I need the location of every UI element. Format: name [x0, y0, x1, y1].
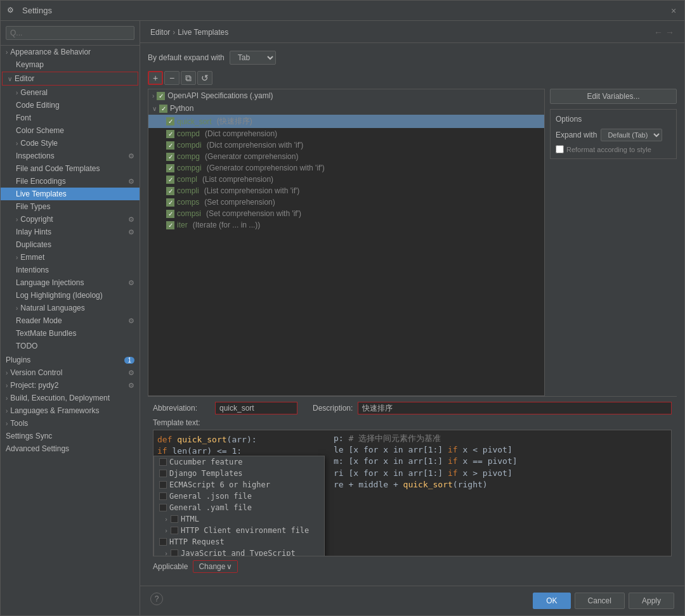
html-checkbox[interactable] — [171, 515, 178, 523]
dropdown-item-json-file[interactable]: General .json file — [154, 491, 324, 502]
sidebar-item-general[interactable]: › General — [1, 86, 140, 99]
sidebar-item-duplicates[interactable]: Duplicates — [1, 238, 140, 251]
django-templates-checkbox[interactable] — [159, 470, 167, 477]
compgi-checkbox[interactable]: ✓ — [166, 164, 174, 172]
add-template-button[interactable]: + — [148, 71, 163, 85]
sidebar-item-code-editing[interactable]: Code Editing — [1, 99, 140, 112]
sidebar-item-tools[interactable]: › Tools — [1, 417, 140, 430]
ok-button[interactable]: OK — [533, 593, 570, 609]
sidebar-item-code-style[interactable]: › Code Style — [1, 137, 140, 150]
dropdown-item-django-templates[interactable]: Django Templates — [154, 468, 324, 479]
reset-template-button[interactable]: ↺ — [197, 71, 212, 85]
sidebar-item-file-and-code-templates[interactable]: File and Code Templates — [1, 162, 140, 175]
apply-button[interactable]: Apply — [629, 593, 674, 609]
description-input[interactable] — [358, 402, 672, 414]
template-item-compgi[interactable]: ✓ compgi (Generator comprehension with '… — [148, 162, 544, 174]
sidebar-item-intentions[interactable]: Intentions — [1, 264, 140, 276]
nav-back-button[interactable]: ← — [654, 27, 663, 37]
dropdown-item-html[interactable]: › HTML — [154, 513, 324, 525]
http-request-checkbox[interactable] — [159, 538, 167, 546]
template-desc: (List comprehension) — [202, 175, 273, 184]
search-input[interactable] — [6, 26, 134, 40]
sidebar-item-file-types[interactable]: File Types — [1, 200, 140, 213]
sidebar-item-languages-frameworks[interactable]: › Languages & Frameworks — [1, 404, 140, 417]
template-item-compl[interactable]: ✓ compl (List comprehension) — [148, 174, 544, 185]
sidebar-item-reader-mode[interactable]: Reader Mode ⚙ — [1, 314, 140, 327]
template-item-compg[interactable]: ✓ compg (Generator comprehension) — [148, 151, 544, 162]
sidebar-item-log-highlighting[interactable]: Log Highlighting (Ideolog) — [1, 289, 140, 302]
template-item-compsi[interactable]: ✓ compsi (Set comprehension with 'if') — [148, 208, 544, 219]
dropdown-item-ecmascript[interactable]: ECMAScript 6 or higher — [154, 479, 324, 491]
copy-template-button[interactable]: ⧉ — [181, 71, 196, 85]
compdi-checkbox[interactable]: ✓ — [166, 141, 174, 150]
sidebar-item-appearance[interactable]: › Appearance & Behavior — [1, 46, 140, 58]
dropdown-item-http-request[interactable]: HTTP Request — [154, 536, 324, 548]
sidebar-item-copyright[interactable]: › Copyright ⚙ — [1, 213, 140, 226]
sidebar-item-advanced-settings[interactable]: Advanced Settings — [1, 442, 140, 455]
template-item-compd[interactable]: ✓ compd (Dict comprehension) — [148, 128, 544, 139]
template-item-compli[interactable]: ✓ compli (List comprehension with 'if') — [148, 185, 544, 196]
sidebar-item-settings-sync[interactable]: Settings Sync — [1, 430, 140, 442]
template-item-compdi[interactable]: ✓ compdi (Dict comprehension with 'if') — [148, 139, 544, 151]
openapi-group-label: OpenAPI Specifications (.yaml) — [167, 91, 273, 100]
sidebar-item-build-execution[interactable]: › Build, Execution, Deployment — [1, 392, 140, 404]
sidebar-item-inlay-hints[interactable]: Inlay Hints ⚙ — [1, 226, 140, 238]
sidebar-item-label: Intentions — [16, 266, 49, 274]
abbreviation-input[interactable] — [215, 402, 297, 414]
compg-checkbox[interactable]: ✓ — [166, 153, 174, 161]
template-item-comps[interactable]: ✓ comps (Set comprehension) — [148, 196, 544, 208]
python-group-header[interactable]: ∨ ✓ Python — [148, 102, 544, 115]
python-checkbox[interactable]: ✓ — [159, 105, 167, 113]
sidebar-item-language-injections[interactable]: Language Injections ⚙ — [1, 276, 140, 289]
cucumber-checkbox[interactable] — [159, 458, 167, 466]
sidebar-item-version-control[interactable]: › Version Control ⚙ — [1, 366, 140, 379]
help-button[interactable]: ? — [150, 593, 163, 605]
template-item-quick-sort[interactable]: ✓ quick_sort (快速排序) — [148, 115, 544, 128]
sidebar-item-editor[interactable]: ∨ Editor — [2, 72, 138, 86]
dropdown-item-javascript-typescript[interactable]: › JavaScript and TypeScript — [154, 548, 324, 556]
sidebar-item-project[interactable]: › Project: pydy2 ⚙ — [1, 379, 140, 392]
comps-checkbox[interactable]: ✓ — [166, 198, 174, 207]
iter-checkbox[interactable]: ✓ — [166, 221, 174, 229]
sidebar-item-live-templates[interactable]: Live Templates — [1, 188, 140, 200]
ecmascript-checkbox[interactable] — [159, 481, 167, 489]
template-text-area[interactable]: def quick_sort(arr): if len(arr) <= 1: C… — [153, 430, 672, 556]
cancel-button[interactable]: Cancel — [575, 593, 625, 609]
json-file-checkbox[interactable] — [159, 492, 167, 500]
edit-variables-button[interactable]: Edit Variables... — [550, 89, 677, 104]
sidebar-item-file-encodings[interactable]: File Encodings ⚙ — [1, 175, 140, 188]
sidebar-item-textmate-bundles[interactable]: TextMate Bundles — [1, 327, 140, 340]
close-button[interactable]: × — [669, 6, 678, 15]
reformat-checkbox[interactable] — [556, 145, 564, 153]
remove-template-button[interactable]: − — [164, 71, 179, 85]
template-item-iter[interactable]: ✓ iter (Iterate (for ... in ...)) — [148, 219, 544, 231]
http-client-checkbox[interactable] — [171, 527, 178, 534]
expand-with-select[interactable]: Tab Enter Space — [230, 51, 276, 65]
dropdown-item-yaml-file[interactable]: General .yaml file — [154, 502, 324, 513]
template-name: compsi — [177, 209, 201, 218]
compd-checkbox[interactable]: ✓ — [166, 130, 174, 138]
dropdown-item-cucumber[interactable]: Cucumber feature — [154, 456, 324, 468]
compl-checkbox[interactable]: ✓ — [166, 176, 174, 184]
sidebar-item-emmet[interactable]: › Emmet — [1, 251, 140, 264]
sidebar-item-natural-languages[interactable]: › Natural Languages — [1, 302, 140, 314]
sidebar-item-font[interactable]: Font — [1, 112, 140, 124]
sidebar-item-inspections[interactable]: Inspections ⚙ — [1, 150, 140, 162]
yaml-file-checkbox[interactable] — [159, 504, 167, 511]
sidebar-item-keymap[interactable]: Keymap — [1, 58, 140, 71]
nav-forward-button[interactable]: → — [665, 27, 674, 37]
js-ts-checkbox[interactable] — [171, 549, 178, 556]
dropdown-item-http-client[interactable]: › HTTP Client environment file — [154, 525, 324, 536]
content-area: By default expand with Tab Enter Space +… — [140, 43, 684, 586]
change-button[interactable]: Change ∨ — [193, 560, 238, 573]
compsi-checkbox[interactable]: ✓ — [166, 210, 174, 218]
sidebar-item-color-scheme[interactable]: Color Scheme — [1, 124, 140, 137]
openapi-checkbox[interactable]: ✓ — [157, 92, 165, 100]
quick-sort-checkbox[interactable]: ✓ — [166, 117, 174, 125]
sidebar-item-label: Emmet — [20, 253, 44, 262]
compli-checkbox[interactable]: ✓ — [166, 187, 174, 195]
expand-with-options-select[interactable]: Default (Tab) Tab Enter Space — [601, 129, 662, 141]
sidebar-item-plugins[interactable]: Plugins 1 — [1, 354, 140, 366]
openapi-group-header[interactable]: › ✓ OpenAPI Specifications (.yaml) — [148, 89, 544, 102]
sidebar-item-todo[interactable]: TODO — [1, 340, 140, 352]
